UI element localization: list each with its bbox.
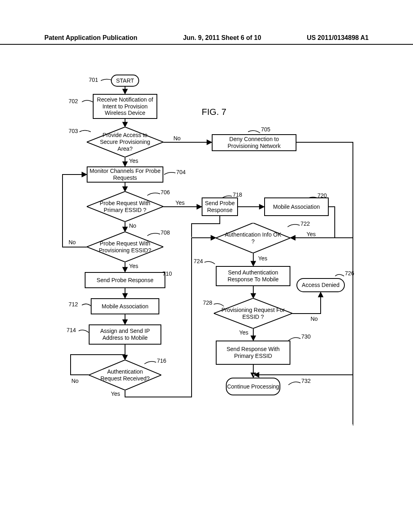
- ref-708: 708: [161, 229, 170, 236]
- box-text: Monitor Channels For Probe Requests: [89, 168, 161, 181]
- ref-728: 728: [203, 299, 212, 306]
- ref-722: 722: [300, 220, 310, 227]
- edge-728-yes: Yes: [239, 329, 248, 336]
- edge-703-no: No: [173, 135, 181, 141]
- box-send-probe-response-710: Send Probe Response: [85, 272, 165, 288]
- decision-provisioning-essid: Probe Request With Provisioning ESSID?: [87, 232, 163, 262]
- box-text: Deny Connection to Provisioning Network: [214, 136, 294, 150]
- ref-705: 705: [261, 126, 270, 133]
- ref-703: 703: [69, 128, 78, 134]
- ref-712: 712: [69, 301, 78, 308]
- box-mobile-association-712: Mobile Association: [91, 298, 159, 314]
- terminator-continue: Continue Processing: [226, 378, 280, 395]
- header-right: US 2011/0134898 A1: [307, 34, 369, 42]
- ref-726: 726: [345, 270, 354, 276]
- decision-provide-access: Provide Access to Secure Provisioning Ar…: [87, 127, 163, 157]
- decision-text: Probe Request With Provisioning ESSID?: [94, 240, 156, 254]
- decision-text: Provisioning Request For ESSID ?: [221, 307, 285, 320]
- box-send-probe-response-718: Send Probe Response: [202, 197, 238, 216]
- edge-703-yes: Yes: [129, 158, 138, 164]
- terminator-text: START: [116, 77, 134, 84]
- box-text: Receive Notification of Intent to Provis…: [95, 96, 155, 116]
- box-receive-notification: Receive Notification of Intent to Provis…: [93, 94, 157, 119]
- decision-auth-request-received: Authentication Request Received?: [89, 360, 161, 390]
- header-left: Patent Application Publication: [44, 34, 138, 42]
- edge-716-no: No: [71, 378, 79, 384]
- header-center: Jun. 9, 2011 Sheet 6 of 10: [183, 34, 261, 42]
- decision-primary-essid: Probe Request With Primary ESSID ?: [87, 191, 163, 222]
- edge-708-yes: Yes: [129, 263, 138, 269]
- flowchart: START 701 Receive Notification of Intent…: [46, 75, 369, 453]
- ref-732: 732: [301, 378, 311, 384]
- edge-708-no: No: [69, 239, 76, 245]
- edge-716-yes: Yes: [111, 391, 120, 397]
- decision-text: Probe Request With Primary ESSID ?: [94, 200, 156, 214]
- ref-710: 710: [163, 270, 172, 277]
- edge-706-no: No: [129, 222, 136, 229]
- ref-706: 706: [161, 189, 170, 195]
- box-mobile-association-720: Mobile Association: [264, 197, 329, 216]
- terminator-access-denied: Access Denied: [296, 278, 345, 292]
- terminator-text: Continue Processing: [227, 383, 279, 390]
- decision-text: Provide Access to Secure Provisioning Ar…: [94, 132, 156, 152]
- box-text: Assign and Send IP Address to Mobile: [91, 328, 159, 341]
- box-monitor-channels: Monitor Channels For Probe Requests: [87, 166, 163, 183]
- ref-714: 714: [67, 327, 76, 333]
- edge-722-yes-down: Yes: [258, 255, 267, 262]
- decision-provisioning-request: Provisioning Request For ESSID ?: [214, 298, 292, 328]
- decision-text: Authentication Info OK ?: [223, 231, 283, 245]
- ref-701: 701: [89, 77, 98, 83]
- ref-716: 716: [157, 357, 166, 364]
- box-send-auth-response: Send Authentication Response To Mobile: [216, 266, 290, 286]
- ref-724: 724: [194, 258, 203, 264]
- ref-702: 702: [69, 98, 78, 104]
- box-text: Mobile Association: [102, 303, 148, 310]
- box-text: Send Authentication Response To Mobile: [218, 269, 288, 283]
- ref-718: 718: [233, 191, 242, 198]
- box-text: Send Probe Response: [203, 200, 236, 214]
- terminator-text: Access Denied: [302, 282, 339, 289]
- ref-720: 720: [317, 192, 327, 199]
- edge-728-no: No: [311, 316, 318, 322]
- box-send-response-primary: Send Response With Primary ESSID: [216, 341, 290, 365]
- box-text: Send Probe Response: [97, 277, 154, 284]
- box-assign-ip: Assign and Send IP Address to Mobile: [89, 324, 161, 345]
- terminator-start: START: [111, 75, 139, 87]
- edge-706-yes: Yes: [175, 200, 185, 206]
- patent-header: Patent Application Publication Jun. 9, 2…: [0, 34, 413, 45]
- box-text: Send Response With Primary ESSID: [218, 346, 288, 360]
- edge-722-yes-right: Yes: [307, 231, 316, 237]
- ref-704: 704: [176, 169, 186, 175]
- decision-auth-info-ok: Authentication Info OK ?: [216, 223, 290, 253]
- box-deny-connection: Deny Connection to Provisioning Network: [212, 134, 296, 151]
- decision-text: Authentication Request Received?: [96, 368, 154, 382]
- ref-730: 730: [301, 333, 311, 340]
- box-text: Mobile Association: [273, 204, 320, 210]
